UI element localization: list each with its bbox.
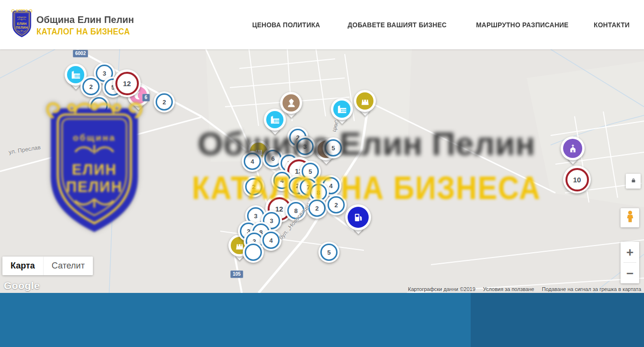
zoom-in-button[interactable]: + (621, 242, 639, 262)
map-cluster-marker[interactable]: 10 (563, 166, 591, 193)
zoom-out-button[interactable]: − (621, 263, 639, 283)
cluster-count: 2 (82, 78, 100, 95)
map-cluster-marker[interactable]: 5 (323, 137, 344, 158)
map-cluster-marker[interactable]: 2 (326, 194, 347, 215)
app-root: ул. Преславбул. „Новоселци“ции“60026105 (0, 0, 644, 347)
map-cluster-marker[interactable]: 4 (242, 151, 263, 172)
cluster-count: 2 (245, 178, 262, 195)
attribution-item-0: Картографски данни ©2019 (408, 286, 475, 292)
search-bar-dark-panel (471, 293, 644, 347)
map-cluster-marker[interactable]: 2 (306, 198, 328, 219)
bag-icon (356, 92, 373, 110)
lock-control[interactable] (626, 174, 641, 189)
pegman-control[interactable] (621, 208, 639, 227)
map-type-map-button[interactable]: Карта (2, 257, 43, 275)
map-cluster-marker[interactable]: 2 (154, 91, 175, 112)
lock-icon (630, 177, 637, 186)
header: община ЕЛИН ПЕЛИН Община Елин Пелин КАТА… (0, 0, 644, 49)
factory-icon (333, 101, 350, 118)
pegman-icon (624, 210, 636, 226)
zoom-control: + − (621, 242, 639, 283)
svg-text:община: община (17, 16, 26, 18)
map-cluster-marker[interactable] (89, 95, 110, 116)
map-cluster-marker[interactable]: 8 (285, 200, 306, 221)
svg-text:ЕЛИН: ЕЛИН (17, 22, 26, 25)
municipality-logo[interactable]: община ЕЛИН ПЕЛИН (11, 9, 33, 41)
map-cluster-marker[interactable]: 2 (80, 76, 102, 97)
attribution-item-2[interactable]: Подаване на сигнал за грешка в картата (542, 286, 641, 292)
map-pin-fuel[interactable] (345, 204, 371, 230)
map-type-satellite-button[interactable]: Сателит (43, 257, 93, 275)
map-cluster-marker[interactable]: 5 (318, 242, 339, 263)
cluster-count: 2 (308, 200, 326, 217)
nav-item-0[interactable]: ЦЕНОВА ПОЛИТИКА (248, 21, 325, 29)
svg-text:ПЕЛИН: ПЕЛИН (16, 26, 28, 29)
site-subtitle: КАТАЛОГ НА БИЗНЕСА (36, 27, 130, 37)
cluster-count: 8 (287, 202, 305, 219)
map-cluster-marker[interactable]: 2 (243, 176, 264, 197)
cluster-count: 5 (325, 139, 342, 157)
map-type-control: Карта Сателит (2, 257, 93, 275)
cluster-count (245, 244, 262, 261)
church-icon (563, 139, 582, 158)
main-nav: ЦЕНОВА ПОЛИТИКАДОБАВЕТЕ ВАШИЯТ БИЗНЕСМАР… (248, 0, 632, 49)
site-title: Община Елин Пелин (36, 14, 134, 25)
worker-icon (282, 94, 300, 112)
attribution-item-1[interactable]: Условия за ползване (483, 286, 534, 292)
cluster-count: 5 (320, 244, 338, 261)
map-cluster-marker[interactable]: 12 (113, 69, 141, 97)
map-attribution: Картографски данни ©2019Условия за ползв… (408, 286, 641, 292)
nav-item-2[interactable]: МАРШРУТНО РАЗПИСАНИЕ (470, 21, 575, 29)
nav-item-3[interactable]: КОНТАКТИ (591, 21, 632, 29)
cluster-count: 4 (262, 232, 280, 249)
map-pin-church[interactable] (561, 136, 585, 160)
map-pin-bag[interactable] (354, 90, 376, 112)
google-logo[interactable]: Google (4, 280, 40, 291)
map-cluster-marker[interactable]: 4 (260, 230, 282, 251)
cluster-count: 10 (565, 168, 589, 191)
map-pin-factory[interactable] (331, 98, 353, 120)
fuel-icon (348, 207, 369, 228)
cluster-count: 3 (296, 138, 314, 155)
cluster-count (90, 97, 108, 114)
cluster-count: 4 (244, 153, 261, 170)
map-cluster-marker[interactable]: 3 (294, 136, 316, 157)
map-pin-worker[interactable] (280, 92, 302, 114)
map-cluster-marker[interactable] (243, 242, 264, 263)
cluster-count: 2 (328, 196, 345, 213)
cluster-count: 2 (156, 93, 173, 111)
cluster-count: 12 (115, 72, 139, 95)
search-bar: Категория Местоположение ТЪРСЕНЕ (0, 293, 644, 347)
nav-item-1[interactable]: ДОБАВЕТЕ ВАШИЯТ БИЗНЕС (341, 21, 453, 29)
